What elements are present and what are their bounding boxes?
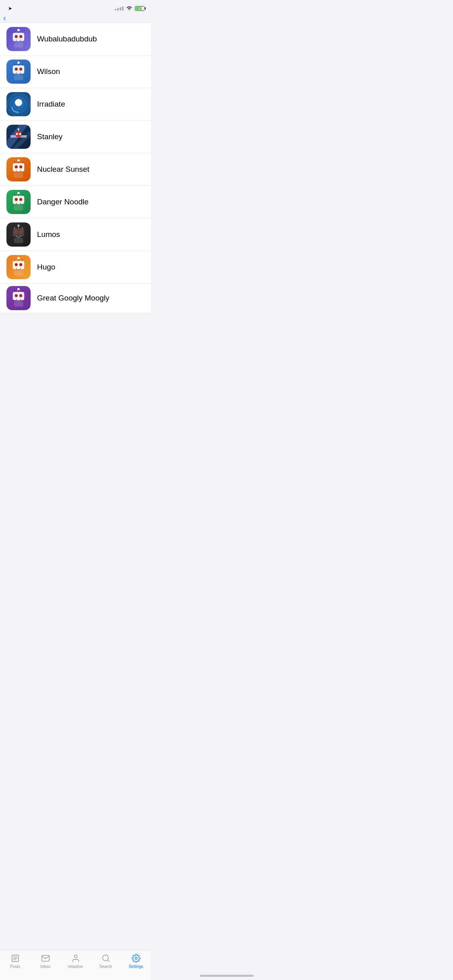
app-icon-danger (6, 190, 31, 214)
status-icons: ⚡ (115, 6, 145, 11)
app-icon-label-hugo: Hugo (37, 263, 55, 272)
app-icon-label-danger: Danger Noodle (37, 198, 89, 206)
list-item-stanley[interactable]: Stanley (0, 121, 151, 153)
list-item-wilson[interactable]: Wilson (0, 56, 151, 88)
app-icon-canvas-stanley (6, 125, 31, 149)
app-icon-canvas-danger (6, 190, 31, 214)
app-icon-googly (6, 286, 31, 310)
app-icon-canvas-hugo (6, 255, 31, 279)
app-icon-label-lumos: Lumos (37, 230, 60, 239)
app-icon-canvas-nuclear (6, 157, 31, 181)
app-icon-wilson (6, 60, 31, 84)
status-bar: ➤ ⚡ (0, 0, 151, 14)
nav-header: ‹ (0, 14, 151, 23)
app-icon-label-googly: Great Googly Moogly (37, 294, 110, 303)
list-item-googly[interactable]: Great Googly Moogly (0, 284, 151, 313)
app-icon-canvas-wubaluba (6, 27, 31, 51)
battery-icon: ⚡ (135, 6, 145, 11)
list-item-wubaluba[interactable]: Wubalubadubdub (0, 23, 151, 56)
app-icon-canvas-wilson (6, 60, 31, 84)
app-icon-stanley (6, 125, 31, 149)
app-icon-label-nuclear: Nuclear Sunset (37, 165, 89, 174)
svg-point-0 (129, 9, 130, 10)
app-icon-canvas-googly (6, 286, 31, 310)
wifi-icon (126, 6, 132, 11)
list-item-hugo[interactable]: Hugo (0, 251, 151, 284)
list-item-danger[interactable]: Danger Noodle (0, 186, 151, 218)
app-icon-lumos (6, 222, 31, 247)
status-time: ➤ (6, 6, 12, 11)
app-icon-label-wilson: Wilson (37, 67, 60, 76)
app-icon-canvas-lumos (6, 222, 31, 247)
list-item-irradiate[interactable]: Irradiate (0, 88, 151, 121)
back-button[interactable]: ‹ (3, 14, 7, 22)
list-item-nuclear[interactable]: Nuclear Sunset (0, 153, 151, 186)
location-icon: ➤ (8, 6, 12, 11)
icon-list: WubalubadubdubWilsonIrradiateStanleyNucl… (0, 23, 151, 313)
signal-icon (115, 6, 124, 10)
app-icon-nuclear (6, 157, 31, 181)
back-chevron-icon: ‹ (3, 14, 6, 22)
app-icon-label-irradiate: Irradiate (37, 100, 65, 109)
app-icon-label-wubaluba: Wubalubadubdub (37, 35, 97, 43)
list-item-lumos[interactable]: Lumos (0, 218, 151, 251)
app-icon-irradiate (6, 92, 31, 116)
app-icon-wubaluba (6, 27, 31, 51)
app-icon-label-stanley: Stanley (37, 132, 62, 141)
app-icon-canvas-irradiate (6, 92, 31, 116)
app-icon-hugo (6, 255, 31, 279)
